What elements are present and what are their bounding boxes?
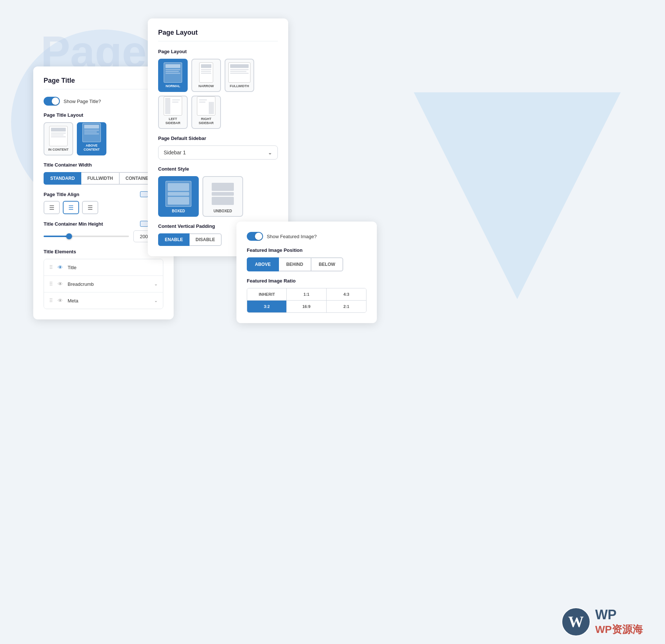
panel-page-layout-heading: Page Layout bbox=[158, 29, 278, 41]
resp-icon-desktop[interactable] bbox=[140, 191, 148, 197]
watermark: W WP WP资源海 bbox=[561, 607, 643, 637]
page-layout-options: NORMAL NARROW FULLWIDTH bbox=[158, 59, 278, 92]
eye-icon-meta[interactable]: 👁 bbox=[57, 297, 64, 304]
preview-right-sidebar bbox=[197, 96, 215, 116]
btn-enable[interactable]: ENABLE bbox=[158, 233, 190, 246]
content-style-label: Content Style bbox=[158, 166, 278, 172]
panel-page-title-heading: Page Title bbox=[44, 77, 163, 89]
ratio-3-2[interactable]: 3:2 bbox=[247, 301, 287, 312]
align-options-group: ☰ ☰ ☰ bbox=[44, 201, 163, 214]
drag-handle-meta[interactable]: ⠿ bbox=[49, 298, 53, 304]
layout-card-in-content[interactable]: IN CONTENT bbox=[44, 122, 73, 155]
align-center-btn[interactable]: ☰ bbox=[63, 201, 79, 214]
slider-thumb[interactable] bbox=[66, 233, 72, 239]
preview-normal bbox=[164, 62, 182, 83]
wp-logo: W bbox=[561, 607, 591, 637]
btn-fullwidth[interactable]: FULLWIDTH bbox=[81, 172, 119, 185]
ratio-2-1[interactable]: 2:1 bbox=[327, 301, 366, 312]
panel-page-layout: Page Layout Page Layout NORMAL NARROW bbox=[148, 18, 288, 256]
label-fullwidth: FULLWIDTH bbox=[230, 84, 249, 88]
element-name-breadcrumb: Breadcrumb bbox=[68, 281, 150, 287]
feat-btn-below[interactable]: BELOW bbox=[311, 257, 344, 271]
bg-shape-right bbox=[414, 92, 621, 299]
chevron-meta[interactable]: ⌄ bbox=[154, 298, 158, 303]
element-row-meta: ⠿ 👁 Meta ⌄ bbox=[44, 292, 163, 309]
layout-card-left-sidebar[interactable]: LEFTSIDEBAR bbox=[158, 96, 188, 129]
slider-fill bbox=[44, 236, 69, 237]
layout-label-above-content: ABOVE CONTENT bbox=[78, 144, 106, 152]
layout-card-above-content[interactable]: ABOVE CONTENT bbox=[77, 122, 106, 155]
ratio-1-1[interactable]: 1:1 bbox=[287, 288, 326, 301]
align-section-label: Page Title Align bbox=[44, 192, 79, 197]
show-featured-image-row: Show Featured Image? bbox=[247, 232, 366, 241]
layout-card-normal[interactable]: NORMAL bbox=[158, 59, 188, 92]
page-layout-label: Page Layout bbox=[158, 49, 278, 54]
element-name-title: Title bbox=[68, 265, 158, 270]
eye-icon-title[interactable]: 👁 bbox=[57, 264, 64, 271]
label-boxed: BOXED bbox=[172, 209, 185, 213]
show-featured-image-label: Show Featured Image? bbox=[267, 234, 317, 239]
element-name-meta: Meta bbox=[68, 298, 150, 304]
show-page-title-row: Show Page Title? bbox=[44, 97, 163, 106]
show-page-title-toggle[interactable] bbox=[44, 97, 60, 106]
layout-label-in-content: IN CONTENT bbox=[48, 148, 69, 152]
feat-position-label: Featured Image Position bbox=[247, 247, 366, 253]
page-title-layout-options: IN CONTENT ABOVE CONTENT bbox=[44, 122, 163, 155]
svg-text:W: W bbox=[568, 613, 584, 630]
layout-card-right-sidebar[interactable]: RIGHTSIDEBAR bbox=[191, 96, 221, 129]
feat-position-group: ABOVE BEHIND BELOW bbox=[247, 257, 366, 271]
content-card-boxed[interactable]: BOXED bbox=[158, 176, 199, 217]
brand-sub: WP资源海 bbox=[595, 623, 643, 637]
resp-icon-desktop-2[interactable] bbox=[140, 221, 148, 227]
panel-featured-image: Show Featured Image? Featured Image Posi… bbox=[236, 222, 377, 323]
element-row-breadcrumb: ⠿ 👁 Breadcrumb ⌄ bbox=[44, 276, 163, 292]
sidebar-section-label: Page Default Sidebar bbox=[158, 136, 278, 141]
preview-fullwidth bbox=[228, 62, 250, 83]
container-section-label: Title Container Width bbox=[44, 162, 163, 168]
feat-btn-above[interactable]: ABOVE bbox=[247, 257, 279, 271]
label-right-sidebar: RIGHTSIDEBAR bbox=[199, 117, 214, 125]
container-width-group: STANDARD FULLWIDTH CONTAINED bbox=[44, 172, 163, 185]
content-style-cards: BOXED UNBOXED bbox=[158, 176, 278, 217]
layout-card-fullwidth[interactable]: FULLWIDTH bbox=[225, 59, 254, 92]
dropdown-chevron: ⌄ bbox=[268, 150, 272, 155]
elements-list: ⠿ 👁 Title ⠿ 👁 Breadcrumb ⌄ ⠿ 👁 Meta ⌄ bbox=[44, 259, 163, 309]
layout-card-narrow[interactable]: NARROW bbox=[191, 59, 221, 92]
align-left-btn[interactable]: ☰ bbox=[44, 201, 60, 214]
label-narrow: NARROW bbox=[198, 84, 214, 88]
element-row-title: ⠿ 👁 Title bbox=[44, 259, 163, 276]
feat-ratio-grid: INHERIT 1:1 4:3 3:2 16:9 2:1 bbox=[247, 288, 366, 313]
eye-icon-breadcrumb[interactable]: 👁 bbox=[57, 280, 64, 288]
ratio-16-9[interactable]: 16:9 bbox=[287, 301, 326, 312]
feat-ratio-label: Featured Image Ratio bbox=[247, 278, 366, 284]
chevron-breadcrumb[interactable]: ⌄ bbox=[154, 281, 158, 287]
btn-standard[interactable]: STANDARD bbox=[44, 172, 81, 185]
show-page-title-label: Show Page Title? bbox=[64, 99, 101, 104]
label-normal: NORMAL bbox=[166, 84, 180, 88]
label-unboxed: UNBOXED bbox=[214, 209, 232, 213]
min-height-slider-track[interactable] bbox=[44, 236, 129, 237]
align-right-btn[interactable]: ☰ bbox=[82, 201, 98, 214]
drag-handle-title[interactable]: ⠿ bbox=[49, 264, 53, 270]
layout-section-label: Page Title Layout bbox=[44, 112, 163, 118]
layout-preview-above-content bbox=[82, 123, 101, 142]
sidebar-dropdown[interactable]: Sidebar 1 ⌄ bbox=[158, 145, 278, 160]
feat-btn-behind[interactable]: BEHIND bbox=[279, 257, 311, 271]
preview-left-sidebar bbox=[164, 96, 182, 116]
min-height-slider-row: px bbox=[44, 230, 163, 242]
show-featured-image-toggle[interactable] bbox=[247, 232, 263, 241]
label-left-sidebar: LEFTSIDEBAR bbox=[166, 117, 181, 125]
drag-handle-breadcrumb[interactable]: ⠿ bbox=[49, 281, 53, 287]
ratio-inherit[interactable]: INHERIT bbox=[247, 288, 287, 301]
sidebar-value: Sidebar 1 bbox=[164, 150, 186, 155]
preview-narrow bbox=[199, 62, 213, 83]
elements-section-label: Title Elements bbox=[44, 249, 163, 254]
content-card-unboxed[interactable]: UNBOXED bbox=[202, 176, 243, 217]
minheight-section-label: Title Container Min Height bbox=[44, 221, 103, 227]
align-section-row: Page Title Align bbox=[44, 191, 163, 197]
btn-disable[interactable]: DISABLE bbox=[190, 233, 222, 246]
ratio-4-3[interactable]: 4:3 bbox=[327, 288, 366, 301]
preview-unboxed bbox=[210, 181, 236, 207]
page-layout-options-row2: LEFTSIDEBAR RIGHTSIDEBAR bbox=[158, 96, 278, 129]
preview-boxed bbox=[166, 181, 191, 207]
